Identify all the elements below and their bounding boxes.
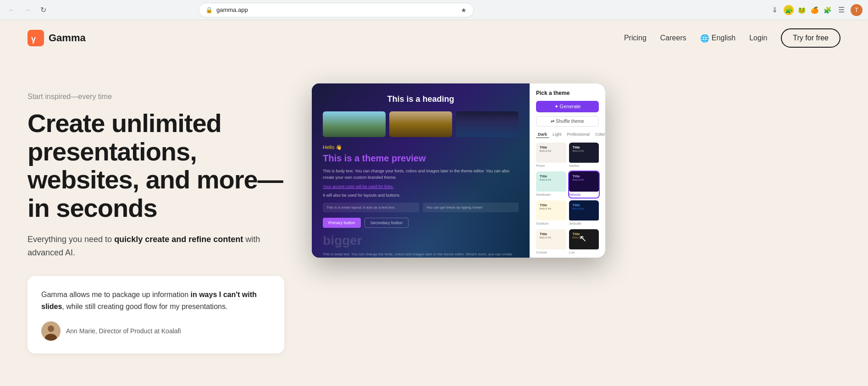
theme-pearl[interactable]: Title Body & link Pearl bbox=[536, 143, 566, 169]
ss-layout-row: This is a smart layout: it acts as a tex… bbox=[323, 203, 519, 212]
extensions-button[interactable]: ☰ bbox=[835, 4, 848, 17]
screenshot-main: This is a heading Hello 👋 This is a them… bbox=[312, 83, 530, 258]
page-wrapper: γ Gamma Pricing Careers 🌐 English Login … bbox=[0, 20, 868, 386]
back-button[interactable]: ← bbox=[6, 4, 18, 17]
extension-icon-3[interactable]: 🍊 bbox=[809, 5, 819, 15]
testimonial-card: Gamma allows me to package up informatio… bbox=[28, 276, 284, 353]
filter-dark[interactable]: Dark bbox=[536, 131, 549, 138]
svg-point-3 bbox=[48, 325, 54, 332]
ss-layout-box-1: This is a smart layout: it acts as a tex… bbox=[323, 203, 419, 212]
theme-nebula[interactable]: Title Body & link Nebula bbox=[569, 171, 599, 198]
ss-link-text: Your accent color will be used for links… bbox=[323, 184, 519, 189]
ss-preview-title: This is a theme preview bbox=[323, 153, 519, 164]
nav-careers[interactable]: Careers bbox=[660, 34, 686, 42]
themes-grid: Title Body & link Pearl Title bbox=[536, 143, 599, 258]
theme-vortex[interactable]: Title Body & link Vortex bbox=[569, 143, 599, 169]
download-icon[interactable]: ⇓ bbox=[768, 4, 781, 17]
nav-language[interactable]: 🌐 English bbox=[700, 34, 735, 43]
url-text: gamma.app bbox=[216, 6, 457, 13]
testimonial-suffix: , while still creating good flow for my … bbox=[62, 303, 227, 310]
nav-login[interactable]: Login bbox=[749, 34, 767, 42]
ss-buttons-row: Primary button Secondary button bbox=[323, 218, 519, 228]
ss-heading: This is a heading bbox=[323, 94, 519, 104]
ss-footer: This is body text. You can change the fo… bbox=[323, 252, 519, 258]
hero-section: Start inspired—every time Create unlimit… bbox=[0, 56, 868, 386]
hero-desc-bold: quickly create and refine content bbox=[114, 235, 243, 244]
security-icon: 🔒 bbox=[205, 6, 213, 13]
language-label: English bbox=[712, 34, 735, 42]
generate-button[interactable]: ✦ Generate bbox=[536, 101, 599, 112]
filter-tabs: Dark Light Professional Colorful bbox=[536, 131, 599, 138]
reload-button[interactable]: ↻ bbox=[37, 4, 50, 17]
testimonial-text: Gamma allows me to package up informatio… bbox=[41, 289, 271, 312]
author-avatar bbox=[41, 321, 61, 341]
ss-body-text: This is body text. You can change your f… bbox=[323, 168, 519, 181]
shuffle-button[interactable]: ⇄ Shuffle theme bbox=[536, 116, 599, 127]
ss-secondary-btn[interactable]: Secondary button bbox=[365, 218, 409, 228]
filter-professional[interactable]: Professional bbox=[565, 131, 592, 138]
screenshot-inner: This is a heading Hello 👋 This is a them… bbox=[312, 83, 605, 258]
star-icon[interactable]: ★ bbox=[461, 6, 467, 14]
address-bar[interactable]: 🔒 gamma.app ★ bbox=[199, 3, 474, 17]
hero-description: Everything you need to quickly create an… bbox=[28, 233, 284, 259]
theme-jetsuite[interactable]: Title Body & link Jetsuite bbox=[569, 200, 599, 226]
testimonial-author: Ann Marie, Director of Product at Koalaf… bbox=[41, 321, 271, 341]
extension-icon-1[interactable]: 🧩 bbox=[784, 5, 794, 15]
hero-subtitle: Start inspired—every time bbox=[28, 93, 284, 101]
theme-lux[interactable]: Title Body & link Lux bbox=[569, 229, 599, 255]
ss-img-mountain bbox=[323, 111, 386, 137]
browser-nav-buttons: ← → ↻ bbox=[6, 4, 50, 17]
theme-panel: Pick a theme ✦ Generate ⇄ Shuffle theme … bbox=[530, 83, 605, 258]
hero-right: This is a heading Hello 👋 This is a them… bbox=[312, 79, 840, 258]
hero-title: Create unlimited presentations, websites… bbox=[28, 109, 284, 222]
nav-pricing[interactable]: Pricing bbox=[624, 34, 647, 42]
testimonial-plain: Gamma allows me to package up informatio… bbox=[41, 291, 190, 298]
browser-actions: ⇓ 🧩 🐸 🍊 🧩 ☰ T bbox=[768, 4, 862, 17]
theme-sodium[interactable]: Title Body & link Sodium bbox=[536, 200, 566, 226]
ss-img-person bbox=[389, 111, 452, 137]
globe-icon: 🌐 bbox=[700, 34, 709, 43]
forward-button[interactable]: → bbox=[21, 4, 34, 17]
ss-images-row bbox=[323, 111, 519, 137]
ss-hello: Hello 👋 bbox=[323, 144, 519, 150]
filter-colorful[interactable]: Colorful bbox=[593, 131, 605, 138]
hero-desc-plain: Everything you need to bbox=[28, 235, 114, 244]
logo-text: Gamma bbox=[49, 32, 86, 44]
ss-link-subtext: It will also be used for layouts and but… bbox=[323, 193, 519, 199]
filter-light[interactable]: Light bbox=[551, 131, 564, 138]
gamma-logo-icon: γ bbox=[28, 30, 44, 46]
browser-chrome: ← → ↻ 🔒 gamma.app ★ ⇓ 🧩 🐸 🍊 🧩 ☰ T bbox=[0, 0, 868, 20]
theme-seafoam[interactable]: Title Body & link Seafoam bbox=[536, 171, 566, 198]
extension-icon-2[interactable]: 🐸 bbox=[796, 5, 807, 15]
ss-bigger: bigger bbox=[323, 233, 519, 248]
try-free-button[interactable]: Try for free bbox=[781, 28, 840, 48]
ss-layout-box-2: You can get these by typing /smart bbox=[423, 203, 519, 212]
profile-avatar[interactable]: T bbox=[851, 4, 862, 16]
logo[interactable]: γ Gamma bbox=[28, 30, 86, 46]
author-name: Ann Marie, Director of Product at Koalaf… bbox=[66, 327, 181, 335]
product-screenshot: This is a heading Hello 👋 This is a them… bbox=[312, 83, 605, 258]
theme-creme[interactable]: Title Body & link Creme bbox=[536, 229, 566, 255]
svg-text:γ: γ bbox=[31, 34, 36, 44]
navbar: γ Gamma Pricing Careers 🌐 English Login … bbox=[0, 20, 868, 56]
extension-icon-4[interactable]: 🧩 bbox=[822, 5, 832, 15]
hero-left: Start inspired—every time Create unlimit… bbox=[28, 79, 284, 353]
panel-title: Pick a theme bbox=[536, 90, 599, 96]
nav-links: Pricing Careers 🌐 English Login Try for … bbox=[624, 28, 840, 48]
ss-primary-btn[interactable]: Primary button bbox=[323, 218, 361, 228]
ss-img-night bbox=[456, 111, 519, 137]
